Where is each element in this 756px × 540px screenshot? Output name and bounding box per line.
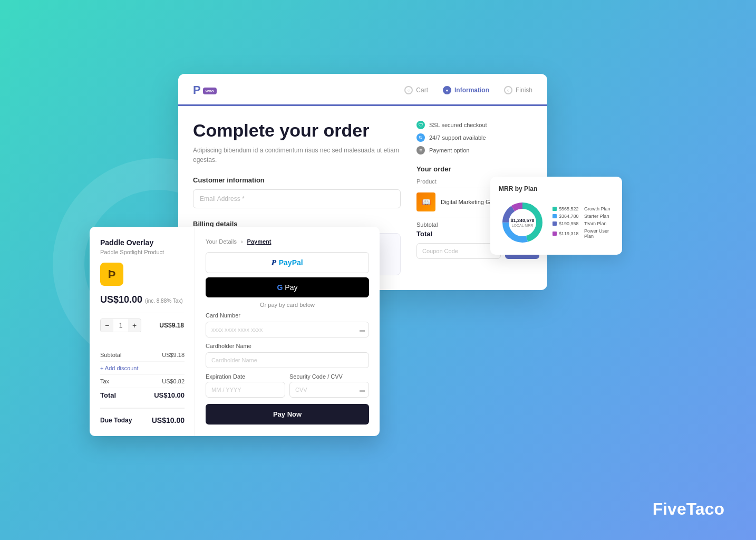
- nav-step-cart[interactable]: ○ Cart: [404, 86, 428, 94]
- legend-team-value: $190,958: [559, 221, 579, 226]
- due-today-amount: US$10.00: [152, 416, 185, 425]
- mrr-legend: $565,522 Growth Plan $364,780 Starter Pl…: [553, 206, 614, 239]
- legend-team-plan: Team Plan: [584, 221, 607, 226]
- cardholder-input[interactable]: [206, 352, 369, 368]
- paddle-totals: Subtotal US$9.18 + Add discount Tax US$0…: [100, 349, 185, 425]
- paddle-card: Paddle Overlay Paddle Spotlight Product …: [90, 227, 380, 436]
- nav-step-information[interactable]: ● Information: [443, 86, 489, 94]
- paypal-button[interactable]: 𝑷 PayPal: [206, 252, 369, 273]
- page-subtitle: Adipiscing bibendum id a condimentum ris…: [193, 146, 401, 165]
- legend-starter-plan: Starter Plan: [584, 214, 609, 219]
- qty-input[interactable]: [113, 322, 128, 329]
- expiry-group: Expiration Date: [206, 373, 285, 398]
- legend-power-plan: Power User Plan: [584, 228, 614, 239]
- payment-icon: ≡: [416, 146, 425, 155]
- trust-ssl-text: SSL secured checkout: [429, 122, 487, 128]
- legend-power: $119,318 Power User Plan: [553, 228, 614, 239]
- paddle-subtotal-row: Subtotal US$9.18: [100, 349, 185, 362]
- legend-dot-team: [553, 221, 557, 226]
- due-today-label: Due Today: [100, 417, 132, 424]
- total-label: Total: [416, 230, 432, 238]
- nav-step-information-circle: ●: [443, 86, 451, 94]
- paddle-price: US$10.00 (inc. 8.88% Tax): [100, 294, 184, 305]
- card-number-input[interactable]: [206, 322, 369, 338]
- qty-controls: − +: [100, 319, 141, 332]
- nav-step-cart-label: Cart: [416, 86, 428, 94]
- paddle-total-label: Total: [100, 391, 116, 399]
- paddle-left: Paddle Overlay Paddle Spotlight Product …: [90, 227, 195, 436]
- qty-plus-button[interactable]: +: [128, 319, 141, 332]
- legend-growth-value: $565,522: [559, 206, 579, 211]
- trust-badge-ssl: 🛡 SSL secured checkout: [416, 121, 532, 129]
- paddle-product-title: Paddle Overlay: [100, 238, 184, 247]
- legend-dot-starter: [553, 214, 557, 218]
- expiry-input[interactable]: [206, 382, 285, 398]
- donut-chart: $1,240,578 LOCAL MRR: [499, 199, 546, 246]
- paddle-price-value: US$10.00: [100, 294, 142, 305]
- trust-badge-support: ↻ 24/7 support available: [416, 133, 532, 142]
- trust-support-text: 24/7 support available: [429, 134, 486, 141]
- donut-center: $1,240,578 LOCAL MRR: [510, 218, 534, 227]
- cvv-input-wrapper: ▬: [289, 382, 369, 398]
- cvv-icon: ▬: [360, 387, 365, 393]
- legend-starter: $364,780 Starter Plan: [553, 214, 614, 219]
- cvv-label: Security Code / CVV: [289, 373, 369, 380]
- card-number-label: Card Number: [206, 312, 369, 319]
- nav-step-cart-circle: ○: [404, 86, 413, 94]
- due-today-row: Due Today US$10.00: [100, 408, 185, 425]
- paddle-price-tax: (inc. 8.88% Tax): [145, 298, 183, 304]
- legend-starter-value: $364,780: [559, 214, 579, 219]
- paddle-subtotal-value: US$9.18: [162, 352, 185, 358]
- legend-growth-plan: Growth Plan: [584, 206, 610, 211]
- card-type-icon: ▬: [360, 327, 365, 333]
- gpay-icon: G Pay: [277, 283, 298, 292]
- paypal-icon: 𝑷 PayPal: [272, 258, 303, 267]
- add-discount[interactable]: + Add discount: [100, 365, 138, 371]
- legend-growth: $565,522 Growth Plan: [553, 206, 614, 211]
- expiry-cvv-row: Expiration Date Security Code / CVV ▬: [206, 373, 369, 398]
- nav-step-finish-circle: ○: [504, 86, 512, 94]
- your-details-step: Your Details: [206, 238, 237, 245]
- paddle-total-value: US$10.00: [154, 391, 185, 399]
- customer-section-title: Customer information: [193, 176, 401, 184]
- legend-power-value: $119,318: [559, 231, 579, 236]
- card-header: P woo ○ Cart ● Information ○ Finish: [178, 74, 547, 106]
- product-thumbnail: 📖: [416, 192, 435, 211]
- email-field[interactable]: [193, 189, 401, 208]
- paddle-tax-label: Tax: [100, 378, 109, 384]
- fivetaco-brand: FiveTaco: [653, 499, 724, 519]
- paddle-tax-value: US$0.82: [162, 378, 185, 384]
- nav-step-finish[interactable]: ○ Finish: [504, 86, 532, 94]
- mrr-content: $1,240,578 LOCAL MRR $565,522 Growth Pla…: [499, 199, 614, 246]
- shield-icon: 🛡: [416, 121, 425, 129]
- your-order-title: Your order: [416, 165, 532, 173]
- qty-price: US$9.18: [159, 322, 184, 329]
- nav-step-information-label: Information: [454, 86, 489, 94]
- trust-badge-payment: ≡ Payment option: [416, 146, 532, 155]
- payment-step: Payment: [247, 238, 272, 245]
- nav-step-finish-label: Finish: [516, 86, 532, 94]
- qty-minus-button[interactable]: −: [101, 319, 113, 332]
- cvv-group: Security Code / CVV ▬: [289, 373, 369, 398]
- step-arrow: ›: [241, 238, 243, 245]
- cardholder-row: [206, 352, 369, 368]
- support-icon: ↻: [416, 133, 425, 142]
- paddle-product-subtitle: Paddle Spotlight Product: [100, 249, 184, 255]
- paddle-tax-row: Tax US$0.82: [100, 375, 185, 388]
- gpay-button[interactable]: G Pay: [206, 277, 369, 297]
- add-discount-row[interactable]: + Add discount: [100, 362, 185, 375]
- pay-now-button[interactable]: Pay Now: [206, 404, 369, 425]
- expiry-label: Expiration Date: [206, 373, 285, 380]
- legend-team: $190,958 Team Plan: [553, 221, 614, 226]
- legend-dot-power: [553, 232, 557, 236]
- qty-row: − + US$9.18: [100, 313, 184, 332]
- coupon-input[interactable]: [416, 243, 501, 259]
- cvv-input[interactable]: [289, 382, 369, 398]
- trust-payment-text: Payment option: [429, 147, 469, 153]
- trust-badges: 🛡 SSL secured checkout ↻ 24/7 support av…: [416, 121, 532, 155]
- payment-steps: Your Details › Payment: [206, 238, 369, 245]
- card-number-row: ▬: [206, 322, 369, 338]
- donut-label: LOCAL MRR: [510, 223, 534, 227]
- logo-woo: woo: [203, 88, 217, 94]
- brand-name: FiveTaco: [653, 499, 724, 518]
